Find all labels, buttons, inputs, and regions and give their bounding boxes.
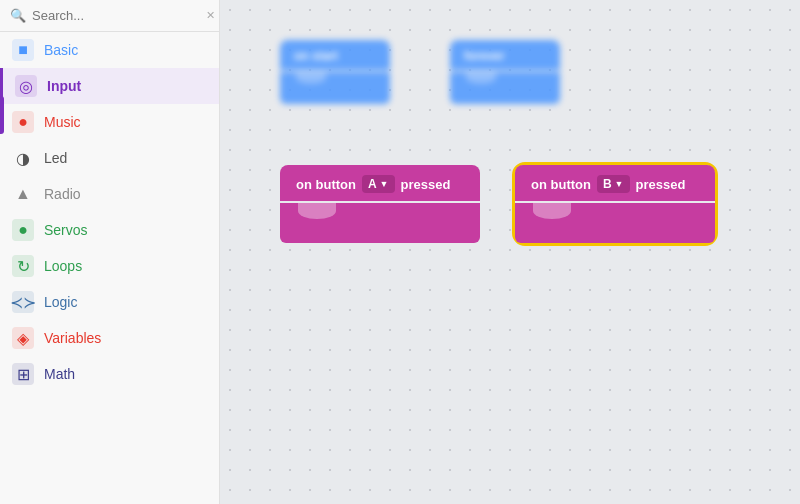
notch-2 [466,72,496,84]
block-a-suffix: pressed [401,177,451,192]
sidebar-label-led: Led [44,150,67,166]
loops-icon: ↻ [12,255,34,277]
search-icon: 🔍 [10,8,26,23]
basic-icon: ■ [12,39,34,61]
notch [296,72,326,84]
input-block-b-header: on button B ▼ pressed [515,165,715,201]
input-block-a-header: on button A ▼ pressed [280,165,480,201]
block-on-button-b[interactable]: on button B ▼ pressed [515,165,715,243]
notch-a [298,203,336,219]
sidebar-item-music[interactable]: ●Music [0,104,219,140]
search-bar: 🔍 ✕ [0,0,219,32]
sidebar-items-list: ■Basic◎Input●Music◑Led▲Radio●Servos↻Loop… [0,32,219,392]
block-b-prefix: on button [531,177,591,192]
blurred-block-forever: forever [450,40,560,104]
block-a-dropdown[interactable]: A ▼ [362,175,395,193]
sidebar-label-servos: Servos [44,222,88,238]
block-a-body [280,203,480,243]
close-icon: ✕ [206,9,215,22]
sidebar-label-loops: Loops [44,258,82,274]
blurred-block-body-1 [280,72,390,104]
music-icon: ● [12,111,34,133]
search-input[interactable] [32,8,200,23]
math-icon: ⊞ [12,363,34,385]
sidebar-label-music: Music [44,114,81,130]
block-a-prefix: on button [296,177,356,192]
blurred-block-on-start: on start [280,40,390,104]
block-on-button-a[interactable]: on button A ▼ pressed [280,165,480,243]
blurred-event-label-2: forever [450,40,560,70]
sidebar-label-input: Input [47,78,81,94]
sidebar-label-basic: Basic [44,42,78,58]
block-b-suffix: pressed [636,177,686,192]
sidebar-item-servos[interactable]: ●Servos [0,212,219,248]
sidebar-item-loops[interactable]: ↻Loops [0,248,219,284]
notch-b [533,203,571,219]
variables-icon: ◈ [12,327,34,349]
active-indicator [0,96,4,134]
sidebar-label-math: Math [44,366,75,382]
sidebar-label-variables: Variables [44,330,101,346]
sidebar-item-variables[interactable]: ◈Variables [0,320,219,356]
radio-icon: ▲ [12,183,34,205]
block-b-dropdown[interactable]: B ▼ [597,175,630,193]
sidebar-item-input[interactable]: ◎Input [0,68,219,104]
servos-icon: ● [12,219,34,241]
main-canvas: on start forever on button A ▼ pressed [220,0,800,504]
sidebar-item-basic[interactable]: ■Basic [0,32,219,68]
logic-icon: ≺≻ [12,291,34,313]
led-icon: ◑ [12,147,34,169]
sidebar-label-logic: Logic [44,294,77,310]
blurred-event-label: on start [280,40,390,70]
chevron-down-icon: ▼ [380,179,389,189]
sidebar-item-math[interactable]: ⊞Math [0,356,219,392]
sidebar-label-radio: Radio [44,186,81,202]
sidebar-item-logic[interactable]: ≺≻Logic [0,284,219,320]
sidebar-item-led[interactable]: ◑Led [0,140,219,176]
chevron-down-icon-b: ▼ [615,179,624,189]
sidebar-item-radio[interactable]: ▲Radio [0,176,219,212]
input-icon: ◎ [15,75,37,97]
block-b-body [515,203,715,243]
blurred-block-body-2 [450,72,560,104]
sidebar: 🔍 ✕ ■Basic◎Input●Music◑Led▲Radio●Servos↻… [0,0,220,504]
